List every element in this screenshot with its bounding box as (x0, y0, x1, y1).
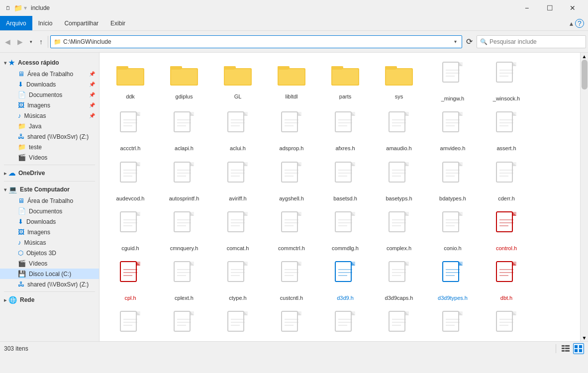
list-view-btn[interactable] (560, 343, 571, 354)
quick-access-header[interactable]: ▾ ★ Acesso rápido (0, 57, 99, 69)
icon-view-btn[interactable] (573, 343, 584, 354)
menu-exibir[interactable]: Exibir (104, 16, 131, 30)
file-item[interactable]: GL (211, 57, 265, 106)
file-item[interactable]: parts (318, 57, 372, 106)
file-item[interactable]: cguid.h (103, 206, 157, 256)
network-header[interactable]: ▸ 🌐 Rede (0, 294, 99, 306)
file-item[interactable]: aviriff.h (211, 157, 265, 206)
this-pc-header[interactable]: ▾ 💻 Este Computador (0, 184, 99, 195)
file-item[interactable]: conio.h (426, 206, 480, 256)
search-input[interactable] (490, 38, 583, 45)
file-item[interactable]: d3d9types.h (426, 256, 480, 306)
file-item[interactable]: cplext.h (157, 256, 211, 306)
file-item[interactable]: aygshell.h (265, 157, 318, 206)
sidebar-item-java[interactable]: 📁 Java (0, 121, 99, 131)
file-item[interactable]: d3d9caps.h (372, 256, 426, 306)
videos-icon: 🎬 (18, 154, 26, 161)
file-item[interactable]: dhcpsdk.h (265, 306, 318, 341)
sidebar-item-videos-pc[interactable]: 🎬 Vídeos (0, 258, 99, 269)
up-btn[interactable]: ↑ (36, 33, 46, 51)
sidebar-item-desktop-quick[interactable]: 🖥 Área de Trabalho 📌 (0, 69, 99, 79)
sidebar-item-docs-pc[interactable]: 📄 Documentos (0, 206, 99, 216)
sidebar-item-docs-quick[interactable]: 📄 Documentos 📌 (0, 90, 99, 100)
scrollbar[interactable]: ▲ ▼ (580, 53, 588, 341)
file-item[interactable]: _winsock.h (480, 57, 533, 106)
file-item[interactable]: cmnquery.h (157, 206, 211, 256)
sidebar-item-label: Documentos (29, 92, 62, 98)
scroll-up-btn[interactable]: ▲ (581, 53, 588, 60)
file-item[interactable]: libltdl (265, 57, 318, 106)
file-item[interactable]: commctrl.h (265, 206, 318, 256)
menu-compartilhar[interactable]: Compartilhar (58, 16, 104, 30)
sidebar-item-desktop-pc[interactable]: 🖥 Área de Trabalho (0, 195, 99, 206)
file-item[interactable]: amvideo.h (426, 106, 480, 156)
sidebar-item-music-pc[interactable]: ♪ Músicas (0, 237, 99, 248)
file-item[interactable]: comcat.h (211, 206, 265, 256)
file-item[interactable]: dbt.h (480, 256, 533, 306)
maximize-button[interactable]: ☐ (538, 0, 561, 16)
forward-btn[interactable]: ▶ (14, 33, 26, 51)
file-item[interactable]: amaudio.h (372, 106, 426, 156)
file-item[interactable]: gdiplus (157, 57, 211, 106)
close-button[interactable]: ✕ (561, 0, 584, 16)
back-btn[interactable]: ◀ (2, 33, 13, 51)
file-item[interactable]: commdlg.h (318, 206, 372, 256)
file-item[interactable]: d3d9.h (318, 256, 372, 306)
file-item[interactable]: assert.h (480, 106, 533, 156)
file-item[interactable]: cpl.h (103, 256, 157, 306)
file-item[interactable]: custcntl.h (265, 256, 318, 306)
file-item[interactable]: adsprop.h (265, 106, 318, 156)
file-item[interactable]: aclapi.h (157, 106, 211, 156)
scroll-thumb[interactable] (582, 60, 588, 90)
file-item[interactable]: ddeml.h (157, 306, 211, 341)
file-item[interactable]: sys (372, 57, 426, 106)
sidebar-item-3d-pc[interactable]: ⬡ Objetos 3D (0, 248, 99, 258)
onedrive-header[interactable]: ▸ ☁ OneDrive (0, 167, 99, 179)
sidebar-item-shared-quick[interactable]: 🖧 shared (\\VBoxSvr) (Z:) (0, 131, 99, 142)
file-icon (333, 211, 357, 243)
file-item[interactable]: autosprintf.h (157, 157, 211, 206)
file-item[interactable]: audevcod.h (103, 157, 157, 206)
minimize-button[interactable]: − (515, 0, 538, 16)
file-name: sys (395, 93, 403, 100)
file-item[interactable]: ddk (103, 57, 157, 106)
file-item[interactable]: cderr.h (480, 157, 533, 206)
file-item[interactable]: complex.h (372, 206, 426, 256)
file-item[interactable] (426, 306, 480, 341)
file-item[interactable]: afxres.h (318, 106, 372, 156)
scroll-down-btn[interactable]: ▼ (581, 334, 588, 341)
sidebar-item-videos-quick[interactable]: 🎬 Vídeos (0, 152, 99, 163)
address-input[interactable] (63, 38, 452, 45)
svg-rect-38 (512, 62, 516, 66)
file-item[interactable]: basetsd.h (318, 157, 372, 206)
file-item[interactable]: aclui.h (211, 106, 265, 156)
file-item[interactable]: ctype.h (211, 256, 265, 306)
file-item[interactable] (372, 306, 426, 341)
sidebar-item-teste[interactable]: 📁 teste (0, 142, 99, 152)
refresh-btn[interactable]: ⟳ (463, 33, 476, 51)
svg-rect-19 (278, 66, 289, 70)
sidebar-item-images-pc[interactable]: 🖼 Imagens (0, 227, 99, 237)
help-btn[interactable]: ? (575, 19, 584, 28)
sidebar-item-local-disk[interactable]: 💾 Disco Local (C:) (0, 269, 99, 279)
menu-inicio[interactable]: Início (32, 16, 59, 30)
menu-arquivo[interactable]: Arquivo (0, 16, 32, 30)
file-item[interactable]: devguid.h (211, 306, 265, 341)
dropdown-btn[interactable]: ▾ (27, 33, 35, 51)
address-dropdown-arrow[interactable]: ▾ (452, 39, 459, 44)
file-item[interactable]: dir.h (318, 306, 372, 341)
sidebar-item-shared-pc[interactable]: 🖧 shared (\\VBoxSvr) (Z:) (0, 279, 99, 289)
file-item[interactable] (480, 306, 533, 341)
sidebar-item-downloads-pc[interactable]: ⬇ Downloads (0, 216, 99, 227)
sidebar-item-downloads-quick[interactable]: ⬇ Downloads 📌 (0, 79, 99, 90)
file-item[interactable]: basetyps.h (372, 157, 426, 206)
file-item[interactable]: _mingw.h (426, 57, 480, 106)
sidebar-item-music-quick[interactable]: ♪ Músicas 📌 (0, 110, 99, 121)
file-item[interactable]: bdatypes.h (426, 157, 480, 206)
svg-rect-210 (335, 262, 351, 281)
sidebar-item-images-quick[interactable]: 🖼 Imagens 📌 (0, 100, 99, 110)
file-item[interactable]: control.h (480, 206, 533, 256)
file-item[interactable]: accctrl.h (103, 106, 157, 156)
file-item[interactable]: dde.h (103, 306, 157, 341)
ribbon-collapse-btn[interactable]: ▴ (570, 19, 573, 27)
